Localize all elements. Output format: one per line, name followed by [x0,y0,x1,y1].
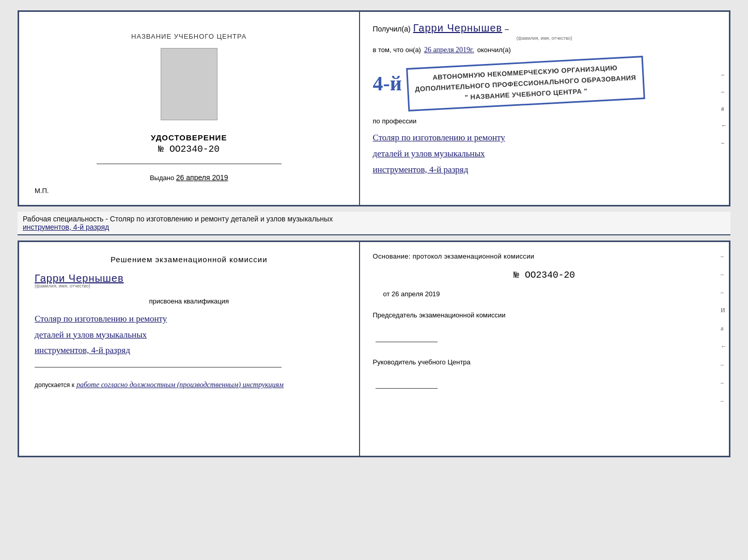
side-marks-bottom: – – – И а ← – – – [721,252,727,405]
ot-date-block: от 26 апреля 2019 [383,290,716,298]
document-container: НАЗВАНИЕ УЧЕБНОГО ЦЕНТРА УДОСТОВЕРЕНИЕ №… [18,10,730,457]
okonchil-label: окончил(а) [477,46,511,54]
bottom-fio-subtext: (фамилия, имя, отчество) [35,283,90,289]
cert-top-left: НАЗВАНИЕ УЧЕБНОГО ЦЕНТРА УДОСТОВЕРЕНИЕ №… [19,12,360,205]
vydano-label: Выдано [150,174,174,182]
vydano-date: 26 апреля 2019 [176,173,228,182]
udostoverenie-number: № OO2340-20 [151,144,227,154]
bottom-number: № OO2340-20 [373,270,716,280]
cert-bottom-left: Решением экзаменационной комиссии Гарри … [19,242,360,456]
prisvoena-label: присвоена квалификация [35,297,344,305]
side-marks-top: – – а ← – [721,71,727,147]
photo-placeholder [161,48,217,120]
profession-line3: инструментов, 4-й разряд [373,162,716,178]
fio-subtext-top: (фамилия, имя, отчество) [373,36,716,41]
vydano-block: Выдано 26 апреля 2019 [150,173,228,182]
vtom-line: в том, что он(а) 26 апреля 2019г. окончи… [373,46,716,54]
cert-top-right: Получил(а) Гарри Чернышев – (фамилия, им… [360,12,729,205]
description-line: Рабочая специальность - Столяр по изгото… [18,212,730,235]
cert-bottom-right: Основание: протокол экзаменационной коми… [360,242,729,456]
bottom-certificate: Решением экзаменационной комиссии Гарри … [18,241,730,457]
bottom-name-block: Гарри Чернышев (фамилия, имя, отчество) [35,273,344,289]
rukovoditel-label: Руководитель учебного Центра [373,357,716,368]
bottom-qual-text: Столяр по изготовлению и ремонту деталей… [35,311,344,359]
ot-prefix: от [383,290,390,298]
profession-line2: деталей и узлов музыкальных [373,146,716,162]
qual-line3: инструментов, 4-й разряд [35,343,344,359]
rukovoditel-sig-line [376,388,438,389]
bottom-recipient-name: Гарри Чернышев [35,273,124,284]
stamp-4-number: 4-й [373,72,402,95]
predsedatel-label: Председатель экзаменационной комиссии [373,310,716,321]
udostoverenie-block: УДОСТОВЕРЕНИЕ № OO2340-20 [151,133,227,154]
stamp-box: АВТОНОМНУЮ НЕКОММЕРЧЕСКУЮ ОРГАНИЗАЦИЮ ДО… [406,56,645,111]
dopuskaetsya-block: допускается к работе согласно должностны… [35,381,344,389]
ot-date-value: 26 апреля 2019 [392,290,440,298]
osnovanie-label: Основание: протокол экзаменационной коми… [373,252,716,260]
mp-label: М.П. [35,187,49,195]
vtom-date: 26 апреля 2019г. [424,46,474,54]
description-text1: Рабочая специальность - Столяр по изгото… [23,215,333,223]
profession-text: Столяр по изготовлению и ремонту деталей… [373,130,716,178]
predsedatel-block: Председатель экзаменационной комиссии [373,310,716,342]
stamp-area: 4-й АВТОНОМНУЮ НЕКОММЕРЧЕСКУЮ ОРГАНИЗАЦИ… [373,59,716,108]
dopuskaetsya-prefix: допускается к [35,381,74,389]
udostoverenie-title: УДОСТОВЕРЕНИЕ [151,133,227,142]
profession-line1: Столяр по изготовлению и ремонту [373,130,716,146]
description-text2: инструментов, 4-й разряд [23,223,109,231]
predsedatel-sig-line [376,342,438,342]
dopuskaetsya-text: работе согласно должностным (производств… [76,381,284,389]
po-professii-label: по профессии [373,117,716,125]
recipient-name: Гарри Чернышев [413,22,503,34]
vtom-prefix: в том, что он(а) [373,46,421,54]
stamp-4-badge: 4-й [373,73,402,94]
top-certificate: НАЗВАНИЕ УЧЕБНОГО ЦЕНТРА УДОСТОВЕРЕНИЕ №… [18,10,730,206]
rukovoditel-block: Руководитель учебного Центра [373,357,716,389]
poluchil-prefix: Получил(а) [373,25,411,33]
center-title-top: НАЗВАНИЕ УЧЕБНОГО ЦЕНТРА [131,33,246,40]
dash-after-name: – [505,25,509,33]
poluchil-line: Получил(а) Гарри Чернышев – (фамилия, им… [373,22,716,41]
qual-line2: деталей и узлов музыкальных [35,327,344,343]
qual-line1: Столяр по изготовлению и ремонту [35,311,344,327]
resheniem-title: Решением экзаменационной комиссии [35,255,344,264]
